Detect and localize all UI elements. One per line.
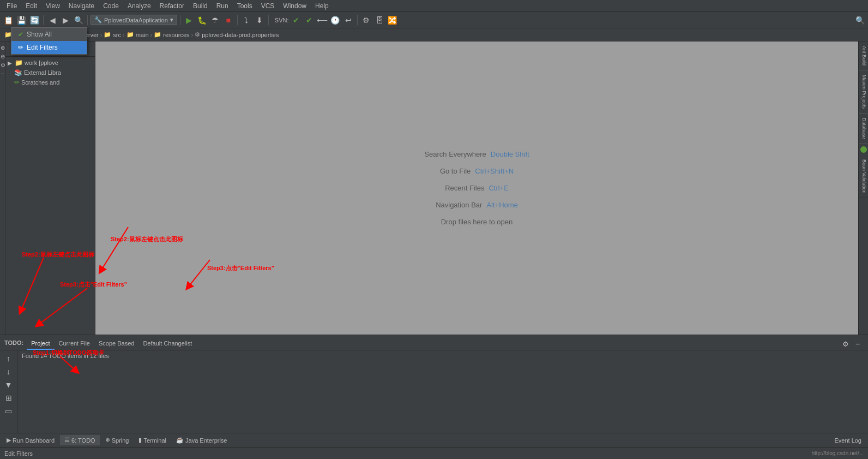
svn-check-btn[interactable]: ✔ bbox=[290, 14, 302, 26]
menu-code[interactable]: Code bbox=[99, 1, 123, 11]
menu-help[interactable]: Help bbox=[311, 1, 333, 11]
editor-hint-navbar: Navigation Bar Alt+Home bbox=[436, 201, 518, 209]
minimize-btn[interactable]: − bbox=[0, 70, 7, 78]
tree-item-scratches[interactable]: ✏ Scratches and bbox=[5, 78, 95, 87]
annotation-step2: Step2:鼠标左键点击此图标 bbox=[111, 235, 183, 243]
breadcrumb-resources[interactable]: 📁 resources bbox=[154, 31, 189, 38]
svn-repo-btn[interactable]: 🗄 bbox=[373, 14, 385, 26]
menu-window[interactable]: Window bbox=[279, 1, 311, 11]
menu-file[interactable]: File bbox=[2, 1, 21, 11]
toolbar-new-btn[interactable]: 📋 bbox=[2, 14, 14, 26]
todo-settings-btn[interactable]: ⚙ bbox=[840, 338, 852, 350]
svn-revert-btn[interactable]: ↩ bbox=[342, 14, 354, 26]
editor-hint-drop: Drop files here to open bbox=[441, 218, 513, 226]
svn-update-btn[interactable]: ⟵ bbox=[316, 14, 328, 26]
todo-arrow-down-btn[interactable]: ↓ bbox=[3, 366, 15, 378]
menu-analyze[interactable]: Analyze bbox=[123, 1, 155, 11]
breadcrumb: 📁 work › 📁 pploved-config-server › 📁 src… bbox=[0, 28, 868, 41]
arrow-step2-svg bbox=[95, 222, 161, 287]
status-bar: Edit Filters http://blog.csdn.net/... bbox=[0, 447, 868, 459]
run-config-arrow: ▾ bbox=[170, 16, 173, 23]
editor-hint-search: Search Everywhere Double Shift bbox=[424, 150, 529, 158]
tree-item-work[interactable]: ▶ 📁 work [pplove bbox=[5, 58, 95, 68]
menu-run[interactable]: Run bbox=[212, 1, 233, 11]
toolbar-forward-btn[interactable]: ▶ bbox=[59, 14, 71, 26]
breadcrumb-main[interactable]: 📁 main bbox=[126, 31, 149, 38]
right-tab-maven[interactable]: Maven Projects bbox=[859, 70, 868, 114]
menu-view[interactable]: View bbox=[41, 1, 64, 11]
right-tab-database[interactable]: Database bbox=[859, 114, 868, 144]
right-tab-bean[interactable]: Bean Validation bbox=[859, 155, 868, 198]
event-log-btn[interactable]: Event Log bbox=[830, 436, 866, 445]
folder-icon: 📁 bbox=[15, 59, 23, 67]
svg-line-1 bbox=[188, 260, 210, 287]
bottom-tab-todo[interactable]: ☰ 6: TODO bbox=[60, 435, 100, 445]
todo-main: Found 24 TODO items in 12 files bbox=[17, 350, 868, 433]
bean-validation-icon bbox=[860, 146, 867, 153]
todo-tab-current-file[interactable]: Current File bbox=[55, 338, 94, 350]
breadcrumb-properties[interactable]: ⚙ pploved-data-prod.properties bbox=[195, 31, 279, 38]
svn-branch-btn[interactable]: 🔀 bbox=[387, 14, 399, 26]
bottom-tab-spring[interactable]: ❄ Spring bbox=[101, 435, 134, 445]
stop-btn[interactable]: ■ bbox=[222, 14, 234, 26]
svn-history-btn[interactable]: 🕐 bbox=[329, 14, 341, 26]
run-dashboard-icon: ▶ bbox=[7, 437, 11, 444]
project-panel: ⊕ ⊖ ⚙ − ▶ 📁 work [pplove 📚 External Libr… bbox=[5, 41, 95, 335]
svn-label: SVN: bbox=[275, 17, 289, 23]
project-tree: ▶ 📁 work [pplove 📚 External Libra ✏ Scra… bbox=[5, 57, 95, 335]
bottom-tabs-bar: ▶ Run Dashboard ☰ 6: TODO ❄ Spring ▮ Ter… bbox=[0, 433, 868, 447]
bottom-tab-terminal[interactable]: ▮ Terminal bbox=[134, 435, 171, 445]
collapse-all-btn[interactable]: ⊕ bbox=[0, 44, 7, 51]
breadcrumb-src[interactable]: 📁 src bbox=[104, 31, 121, 38]
gear-icon-btn[interactable]: ⚙ bbox=[0, 61, 7, 69]
src-icon: 📁 bbox=[104, 31, 111, 38]
annotation-step3: Step3:点击"Edit Filters" bbox=[207, 264, 274, 272]
menu-build[interactable]: Build bbox=[189, 1, 212, 11]
editor-area: Search Everywhere Double Shift Go to Fil… bbox=[95, 41, 858, 335]
status-text: Edit Filters bbox=[4, 450, 33, 457]
toolbar-back-btn[interactable]: ◀ bbox=[46, 14, 58, 26]
run-config-selector[interactable]: 🔧 PplovedDataApplication ▾ bbox=[91, 15, 177, 25]
status-right: http://blog.csdn.net/... bbox=[811, 450, 864, 456]
todo-filter-btn[interactable]: ▼ bbox=[3, 379, 15, 391]
spring-icon: ❄ bbox=[105, 437, 110, 444]
todo-tab-project[interactable]: Project bbox=[27, 338, 54, 350]
settings-btn[interactable]: ⚙ bbox=[360, 14, 372, 26]
search-everywhere-btn[interactable]: 🔍 bbox=[854, 14, 866, 26]
svn-check2-btn[interactable]: ✔ bbox=[303, 14, 315, 26]
menu-tools[interactable]: Tools bbox=[233, 1, 257, 11]
todo-tab-scope[interactable]: Scope Based bbox=[94, 338, 138, 350]
run-btn[interactable]: ▶ bbox=[183, 14, 195, 26]
menu-edit[interactable]: Edit bbox=[21, 1, 41, 11]
toolbar-save-btn[interactable]: 💾 bbox=[15, 14, 27, 26]
bottom-tab-run-dashboard[interactable]: ▶ Run Dashboard bbox=[2, 435, 59, 445]
bottom-tab-java-enterprise[interactable]: ☕ Java Enterprise bbox=[172, 435, 231, 445]
menu-refactor[interactable]: Refactor bbox=[155, 1, 189, 11]
step-into-btn[interactable]: ⬇ bbox=[254, 14, 266, 26]
right-sidebar: Ant Build Maven Projects Database Bean V… bbox=[858, 41, 868, 335]
tree-label-scratches: Scratches and bbox=[21, 79, 59, 86]
run-config-label: PplovedDataApplication bbox=[104, 17, 168, 23]
step-over-btn[interactable]: ⤵ bbox=[240, 14, 252, 26]
menu-vcs[interactable]: VCS bbox=[257, 1, 279, 11]
menu-navigate[interactable]: Navigate bbox=[64, 1, 99, 11]
todo-arrow-up-btn[interactable]: ↑ bbox=[3, 353, 15, 365]
debug-btn[interactable]: 🐛 bbox=[196, 14, 208, 26]
toolbar-nav-btn[interactable]: 🔍 bbox=[73, 14, 85, 26]
todo-content: ↑ ↓ ▼ ✔ Show All ✏ Edit Filters ⊞ bbox=[0, 350, 868, 433]
todo-group-btn[interactable]: ⊞ bbox=[3, 392, 15, 404]
todo-label: TODO: bbox=[4, 335, 23, 350]
todo-minimize-btn[interactable]: − bbox=[852, 338, 864, 350]
expand-all-btn[interactable]: ⊖ bbox=[0, 52, 7, 60]
toolbar-sync-btn[interactable]: 🔄 bbox=[28, 14, 40, 26]
todo-tab-changelist[interactable]: Default Changelist bbox=[138, 338, 196, 350]
todo-icon: ☰ bbox=[64, 437, 70, 444]
lib-icon: 📚 bbox=[14, 69, 22, 76]
right-tab-ant[interactable]: Ant Build bbox=[859, 41, 868, 70]
todo-tabs-bar: TODO: Project Current File Scope Based D… bbox=[0, 335, 868, 350]
tree-arrow: ▶ bbox=[8, 60, 13, 66]
todo-panel: TODO: Project Current File Scope Based D… bbox=[0, 335, 868, 433]
coverage-btn[interactable]: ☂ bbox=[209, 14, 221, 26]
tree-item-external[interactable]: 📚 External Libra bbox=[5, 68, 95, 78]
todo-expand-btn[interactable]: ▭ bbox=[3, 405, 15, 417]
